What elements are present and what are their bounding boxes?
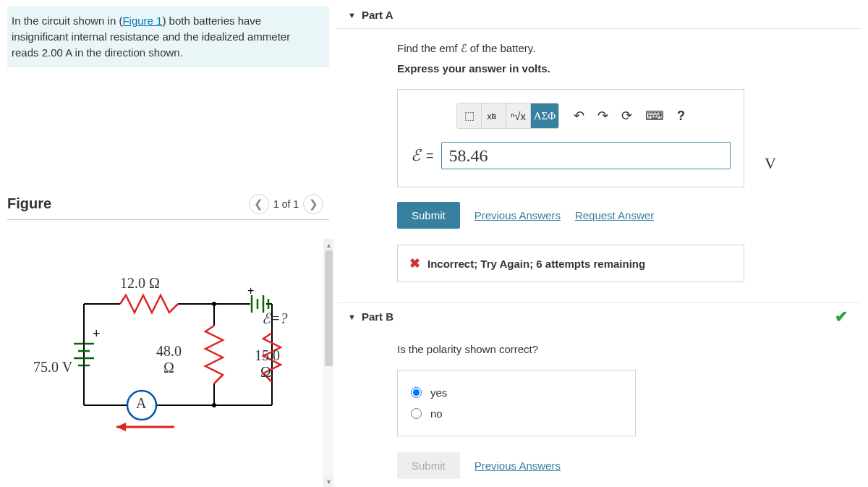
part-b-instruction: Is the polarity shown correct? [397,343,836,355]
incorrect-icon: ✖ [409,255,420,271]
radio-yes-input[interactable] [411,387,422,398]
figure-panel: Figure ❮ 1 of 1 ❯ ▴ ▾ [7,195,329,487]
radio-group: yes no [397,370,636,436]
symbols-button[interactable]: ΑΣΦ [531,103,558,128]
request-answer-link[interactable]: Request Answer [575,209,654,221]
reset-button[interactable]: ⟳ [621,108,632,124]
figure-link[interactable]: Figure 1 [122,14,162,27]
figure-scrollbar[interactable]: ▴ ▾ [323,239,333,487]
figure-prev-button[interactable]: ❮ [249,194,269,214]
radical-button[interactable]: ⁿ√x [506,103,531,128]
help-button[interactable]: ? [677,109,685,124]
previous-answers-link[interactable]: Previous Answers [475,209,561,221]
label-r2: 48.0Ω [156,343,182,376]
submit-button-b[interactable]: Submit [397,452,460,479]
figure-count: 1 of 1 [273,198,299,210]
part-b-header[interactable]: ▼ Part B [336,303,835,330]
scroll-up-icon[interactable]: ▴ [324,239,333,250]
scroll-down-icon[interactable]: ▾ [324,475,333,487]
label-r1: 12.0 Ω [120,275,160,292]
formula-toolbar: ⬚ xab ⁿ√x ΑΣΦ ↶ ↷ ⟳ ⌨ ? [411,103,731,129]
radio-no-input[interactable] [411,408,422,419]
fraction-button[interactable]: xab [482,103,506,128]
figure-nav: ❮ 1 of 1 ❯ [249,194,323,214]
redo-button[interactable]: ↷ [597,108,608,124]
problem-statement: In the circuit shown in (Figure 1) both … [7,6,329,67]
feedback-text: Incorrect; Try Again; 6 attempts remaini… [427,258,645,270]
part-a-header[interactable]: ▼ Part A [336,1,861,29]
circuit-diagram: + + 12.0 Ω 48.0Ω 15.0Ω 75.0 V ℰ=? A [33,275,308,456]
label-ammeter: A [136,395,146,412]
radio-no-label: no [430,407,443,420]
svg-point-28 [212,302,216,306]
templates-button[interactable]: ⬚ [457,103,482,128]
part-b-title: Part B [362,310,393,323]
answer-input[interactable] [441,142,731,169]
keyboard-button[interactable]: ⌨ [645,108,664,124]
part-b: ▼ Part B ✔ Is the polarity shown correct… [336,302,861,486]
submit-button[interactable]: Submit [397,202,460,229]
svg-text:+: + [247,284,254,297]
collapse-icon: ▼ [348,11,356,20]
svg-marker-25 [116,423,126,431]
radio-no[interactable]: no [411,403,622,424]
svg-point-29 [212,403,216,407]
eq-symbol: ℰ [411,146,420,165]
radio-yes-label: yes [430,386,447,399]
part-a-title: Part A [362,9,393,21]
radio-yes[interactable]: yes [411,382,622,403]
equation-row: ℰ = [411,142,731,169]
previous-answers-link-b[interactable]: Previous Answers [475,460,561,472]
answer-box: ⬚ xab ⁿ√x ΑΣΦ ↶ ↷ ⟳ ⌨ ? ℰ = [397,89,744,187]
answer-unit: V [765,154,776,172]
figure-next-button[interactable]: ❯ [303,194,323,214]
label-emf: ℰ=? [262,310,288,327]
label-r3: 15.0Ω [255,347,280,381]
scroll-thumb[interactable] [325,250,333,366]
part-a-format: Express your answer in volts. [397,62,836,75]
check-icon: ✔ [835,308,848,326]
divider [7,219,329,220]
undo-button[interactable]: ↶ [574,108,584,124]
part-a-instruction: Find the emf ℰ of the battery. [397,42,836,55]
svg-text:+: + [93,326,101,341]
problem-prefix: In the circuit shown in ( [12,14,122,27]
part-a: ▼ Part A Find the emf ℰ of the battery. … [336,1,861,289]
label-v1: 75.0 V [33,359,72,376]
eq-sign: = [426,148,434,164]
collapse-icon: ▼ [348,313,356,321]
feedback-box: ✖ Incorrect; Try Again; 6 attempts remai… [397,245,744,282]
